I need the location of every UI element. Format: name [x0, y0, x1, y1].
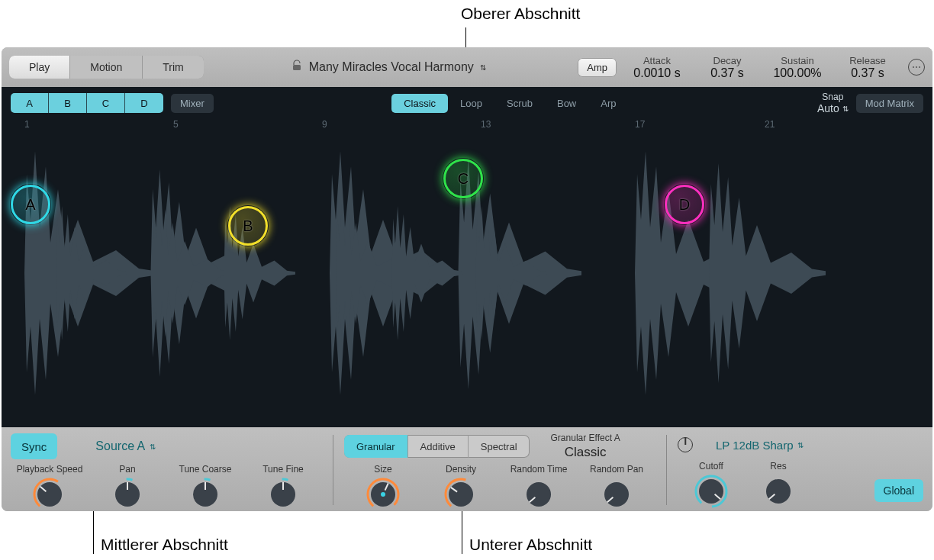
snap-selector[interactable]: Snap Auto⇅	[817, 92, 849, 114]
granular-engine-button[interactable]: Granular	[344, 435, 408, 458]
source-d-button[interactable]: D	[125, 93, 163, 113]
knob-label: Pan	[119, 464, 135, 475]
waveform-toolbar: A B C D Mixer Classic Loop Scrub Bow Arp…	[2, 87, 932, 119]
tune-fine-knob[interactable]: Tune Fine	[244, 464, 322, 511]
density-knob[interactable]: Density	[422, 464, 500, 511]
effect-title: Granular Effect A	[551, 433, 620, 443]
svg-point-2	[37, 482, 62, 507]
playhead-marker-c[interactable]: C	[443, 159, 483, 198]
engine-segmented-control: Granular Additive Spectral	[344, 435, 530, 458]
playhead-marker-b[interactable]: B	[228, 206, 268, 246]
knob-label: Tune Fine	[262, 464, 304, 475]
release-value: 0.37 s	[851, 66, 884, 80]
ruler-tick: 21	[765, 119, 775, 130]
knob-label: Random Time	[510, 464, 568, 475]
annotation-middle: Mittlerer Abschnitt	[101, 536, 228, 554]
preset-selector[interactable]: Many Miracles Vocal Harmony ⇅	[291, 60, 486, 75]
divider	[333, 435, 333, 505]
playback-speed-knob[interactable]: Playback Speed	[11, 464, 89, 511]
size-knob[interactable]: Size	[344, 464, 422, 511]
bow-mode-button[interactable]: Bow	[545, 94, 588, 113]
decay-label: Decay	[713, 55, 742, 66]
source-c-button[interactable]: C	[87, 93, 125, 113]
source-a-button[interactable]: A	[11, 93, 49, 113]
mode-segmented-control: Play Motion Trim	[9, 56, 204, 79]
filter-mode-label: LP 12dB Sharp	[716, 439, 793, 452]
svg-rect-0	[293, 65, 301, 70]
svg-rect-9	[205, 482, 206, 490]
knob-label: Size	[374, 464, 391, 475]
snap-label: Snap	[822, 92, 843, 102]
chevron-updown-icon: ⇅	[150, 443, 156, 451]
attack-param[interactable]: Attack 0.0010 s	[627, 55, 687, 80]
playback-mode-row: Classic Loop Scrub Bow Arp	[391, 94, 628, 113]
arp-mode-button[interactable]: Arp	[588, 94, 628, 113]
filter-mode-dropdown[interactable]: LP 12dB Sharp ⇅	[716, 433, 804, 456]
cutoff-knob[interactable]: Cutoff	[678, 461, 745, 508]
mod-matrix-button[interactable]: Mod Matrix	[856, 94, 923, 113]
ruler-tick: 5	[173, 119, 179, 130]
playhead-marker-a[interactable]: A	[11, 185, 50, 224]
spectral-engine-button[interactable]: Spectral	[469, 435, 530, 458]
playhead-marker-d[interactable]: D	[665, 185, 704, 224]
granular-effect-display[interactable]: Granular Effect A Classic	[551, 433, 620, 460]
release-param[interactable]: Release 0.37 s	[838, 55, 897, 80]
svg-point-27	[766, 479, 791, 504]
bottom-panel: Sync Source A ⇅ Playback Speed Pan Tune …	[2, 427, 932, 511]
sync-button[interactable]: Sync	[11, 433, 57, 459]
chevron-updown-icon: ⇅	[842, 105, 849, 113]
snap-value: Auto	[817, 102, 839, 114]
svg-point-20	[527, 482, 551, 507]
waveform-display[interactable]: 1 5 9 13 17 21 A B C D	[2, 119, 932, 427]
release-label: Release	[849, 55, 886, 66]
lock-icon	[291, 60, 303, 75]
svg-point-15	[381, 492, 385, 497]
source-dropdown[interactable]: Source A ⇅	[95, 433, 156, 459]
decay-param[interactable]: Decay 0.37 s	[697, 55, 757, 80]
attack-label: Attack	[643, 55, 671, 66]
ruler-tick: 9	[322, 119, 327, 130]
pan-knob[interactable]: Pan	[89, 464, 166, 511]
decay-value: 0.37 s	[710, 66, 744, 80]
classic-mode-button[interactable]: Classic	[391, 94, 448, 113]
ruler-tick: 17	[635, 119, 645, 130]
waveform-section: A B C D Mixer Classic Loop Scrub Bow Arp…	[2, 87, 932, 427]
source-b-button[interactable]: B	[49, 93, 87, 113]
knob-label: Random Pan	[590, 464, 643, 475]
res-knob[interactable]: Res	[745, 461, 812, 508]
svg-point-25	[699, 479, 723, 504]
annotation-top: Oberer Abschnitt	[461, 5, 580, 23]
attack-value: 0.0010 s	[633, 66, 680, 80]
sustain-param[interactable]: Sustain 100.00%	[768, 55, 827, 80]
tune-coarse-knob[interactable]: Tune Coarse	[166, 464, 244, 511]
top-toolbar: Play Motion Trim Many Miracles Vocal Har…	[2, 47, 932, 87]
filter-power-button[interactable]	[678, 437, 693, 452]
source-selector-seg: A B C D	[11, 93, 163, 113]
annotation-line-bottom	[462, 511, 462, 554]
source-dropdown-label: Source A	[95, 439, 145, 453]
svg-point-18	[449, 482, 473, 507]
more-menu-button[interactable]: ⋯	[908, 59, 925, 76]
mixer-button[interactable]: Mixer	[171, 94, 214, 113]
motion-mode-button[interactable]: Motion	[70, 56, 143, 79]
knob-label: Res	[770, 461, 786, 471]
chevron-updown-icon: ⇅	[480, 63, 486, 72]
effect-value: Classic	[565, 445, 607, 460]
random-time-knob[interactable]: Random Time	[500, 464, 578, 511]
amp-button[interactable]: Amp	[578, 58, 617, 77]
sampler-plugin-window: Play Motion Trim Many Miracles Vocal Har…	[2, 47, 932, 511]
loop-mode-button[interactable]: Loop	[448, 94, 494, 113]
chevron-updown-icon: ⇅	[797, 441, 804, 449]
random-pan-knob[interactable]: Random Pan	[578, 464, 655, 511]
trim-mode-button[interactable]: Trim	[143, 56, 203, 79]
knob-label: Cutoff	[699, 461, 723, 471]
svg-rect-12	[282, 482, 284, 490]
sustain-value: 100.00%	[773, 66, 821, 80]
divider	[666, 435, 667, 505]
additive-engine-button[interactable]: Additive	[408, 435, 469, 458]
global-button[interactable]: Global	[874, 479, 923, 502]
annotation-bottom: Unterer Abschnitt	[469, 536, 592, 554]
scrub-mode-button[interactable]: Scrub	[494, 94, 545, 113]
knob-label: Tune Coarse	[179, 464, 232, 475]
play-mode-button[interactable]: Play	[9, 56, 70, 79]
